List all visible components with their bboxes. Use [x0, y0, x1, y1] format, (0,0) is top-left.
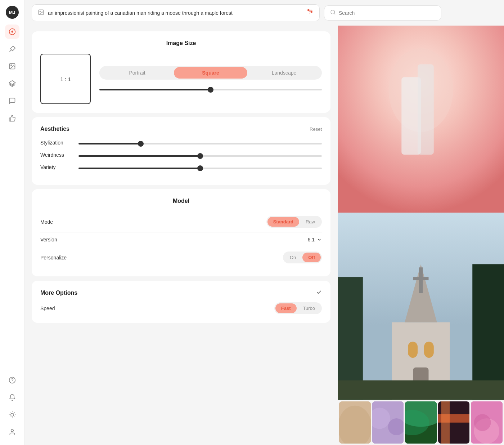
orientation-landscape[interactable]: Landscape — [247, 67, 321, 79]
svg-point-53 — [474, 414, 491, 431]
sidebar-item-profile[interactable] — [5, 425, 19, 439]
mode-toggle: Standard Raw — [266, 216, 322, 228]
mode-raw-btn[interactable]: Raw — [300, 217, 321, 227]
sidebar-item-bell[interactable] — [5, 390, 19, 405]
personalize-on-btn[interactable]: On — [284, 253, 302, 262]
model-title: Model — [40, 198, 322, 204]
svg-line-9 — [10, 413, 10, 413]
svg-point-15 — [11, 430, 13, 432]
more-options-card: More Options Speed Fast Turbo — [32, 281, 330, 323]
speed-fast-btn[interactable]: Fast — [275, 303, 297, 313]
svg-point-41 — [339, 405, 371, 444]
svg-point-21 — [308, 9, 309, 10]
personalize-toggle: On Off — [283, 252, 322, 263]
version-selector[interactable]: 6.1 — [308, 237, 322, 242]
svg-rect-37 — [424, 342, 434, 358]
mode-label: Mode — [40, 219, 53, 225]
image-size-controls: Portrait Square Landscape — [99, 66, 322, 92]
sidebar-item-like[interactable] — [5, 111, 19, 125]
prompt-bar[interactable]: an impressionist painting of a canadian … — [32, 4, 320, 21]
more-options-header[interactable]: More Options — [40, 289, 322, 297]
reset-button[interactable]: Reset — [310, 126, 322, 132]
image-size-title: Image Size — [40, 40, 322, 46]
mode-standard-btn[interactable]: Standard — [267, 217, 299, 227]
aesthetics-header: Aesthetics Reset — [40, 126, 322, 132]
svg-point-3 — [10, 65, 11, 66]
search-input[interactable] — [339, 10, 435, 16]
strip-image-1[interactable] — [339, 401, 371, 444]
sidebar-item-help[interactable] — [5, 373, 19, 387]
svg-line-24 — [334, 13, 335, 14]
sidebar-item-gallery[interactable] — [5, 59, 19, 74]
svg-rect-35 — [413, 277, 429, 280]
version-row: Version 6.1 — [40, 232, 322, 247]
search-bar[interactable] — [324, 5, 441, 21]
personalize-row: Personalize On Off — [40, 247, 322, 268]
speed-row: Speed Fast Turbo — [40, 297, 322, 314]
model-card: Model Mode Standard Raw Version 6.1 — [32, 189, 330, 276]
svg-point-17 — [40, 11, 40, 12]
svg-point-23 — [331, 10, 335, 14]
svg-rect-39 — [338, 381, 504, 400]
svg-line-13 — [10, 417, 10, 417]
orientation-square[interactable]: Square — [174, 67, 247, 79]
svg-point-1 — [11, 31, 13, 33]
strip-image-2[interactable] — [372, 401, 404, 444]
svg-rect-36 — [408, 342, 418, 358]
variety-label: Variety — [40, 164, 73, 170]
orientation-tabs: Portrait Square Landscape — [99, 66, 322, 80]
version-value: 6.1 — [308, 237, 315, 242]
speed-label: Speed — [40, 306, 55, 311]
speed-toggle: Fast Turbo — [274, 302, 322, 314]
prompt-text: an impressionist painting of a canadian … — [48, 10, 303, 16]
stylization-label: Stylization — [40, 140, 73, 146]
orientation-portrait[interactable]: Portrait — [100, 67, 174, 79]
version-chevron-icon — [317, 237, 322, 242]
svg-rect-28 — [418, 64, 434, 155]
image-size-card: Image Size 1 : 1 Portrait Square Landsca… — [32, 31, 330, 113]
stylization-slider[interactable] — [78, 143, 322, 144]
variety-slider-wrapper — [78, 164, 322, 170]
weirdness-slider-wrapper — [78, 152, 322, 158]
svg-rect-50 — [441, 401, 449, 444]
sidebar-item-layers[interactable] — [5, 76, 19, 91]
mode-row: Mode Standard Raw — [40, 212, 322, 232]
filter-icon[interactable] — [306, 8, 314, 17]
svg-rect-31 — [472, 264, 504, 400]
svg-line-14 — [14, 413, 14, 413]
stylization-row: Stylization — [40, 139, 322, 146]
variety-row: Variety — [40, 164, 322, 170]
gallery-image-1[interactable] — [338, 26, 504, 213]
aesthetics-card: Aesthetics Reset Stylization Weirdness — [32, 117, 330, 185]
svg-point-22 — [311, 11, 312, 12]
strip-image-3[interactable] — [405, 401, 437, 444]
sidebar-item-chat[interactable] — [5, 94, 19, 108]
strip-image-5[interactable] — [471, 401, 503, 444]
speed-turbo-btn[interactable]: Turbo — [297, 303, 321, 313]
svg-line-10 — [14, 417, 14, 417]
personalize-off-btn[interactable]: Off — [302, 253, 321, 262]
gallery-strip — [338, 400, 504, 445]
topbar: an impressionist painting of a canadian … — [24, 0, 504, 26]
gallery-image-2[interactable] — [338, 213, 504, 400]
content-area: Image Size 1 : 1 Portrait Square Landsca… — [24, 26, 504, 445]
sidebar-item-brightness[interactable] — [5, 408, 19, 422]
version-label: Version — [40, 237, 57, 242]
search-icon — [330, 9, 336, 17]
main-area: an impressionist painting of a canadian … — [24, 0, 504, 445]
sidebar-item-explore[interactable] — [5, 25, 19, 39]
image-icon — [38, 9, 44, 17]
gallery-panel — [338, 26, 504, 445]
sidebar: MJ — [0, 0, 24, 445]
weirdness-row: Weirdness — [40, 152, 322, 158]
gallery-main — [338, 26, 504, 400]
strip-image-4[interactable] — [438, 401, 470, 444]
more-options-check-icon — [316, 289, 322, 297]
size-slider[interactable] — [99, 89, 322, 90]
weirdness-slider[interactable] — [78, 155, 322, 157]
sidebar-item-brush[interactable] — [5, 42, 19, 56]
avatar[interactable]: MJ — [6, 6, 19, 19]
weirdness-label: Weirdness — [40, 152, 73, 158]
more-options-title: More Options — [40, 290, 77, 296]
variety-slider[interactable] — [78, 168, 322, 169]
